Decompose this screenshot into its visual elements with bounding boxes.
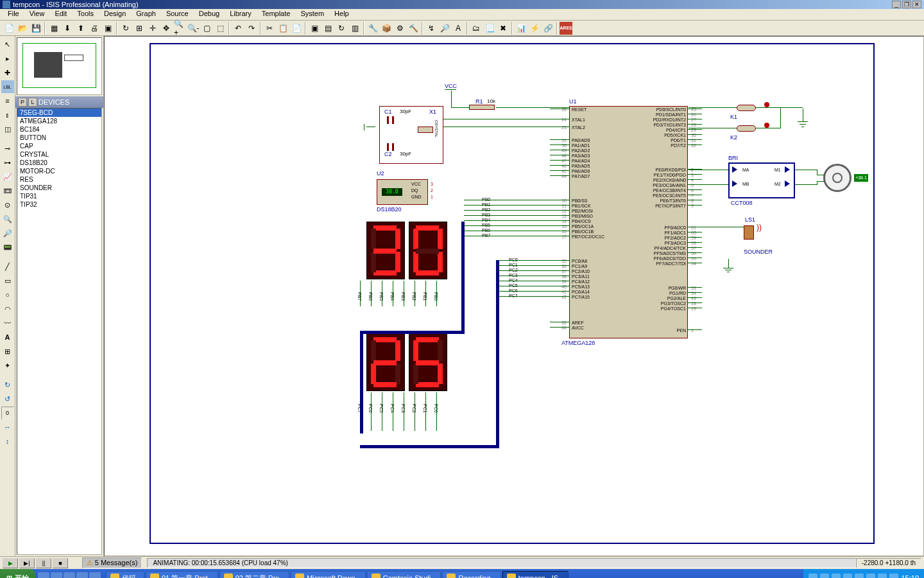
menu-template[interactable]: Template (257, 9, 296, 20)
grid-button[interactable]: ⊞ (133, 22, 146, 35)
menu-view[interactable]: View (24, 9, 50, 20)
device-item[interactable]: MOTOR-DC (17, 167, 101, 175)
device-item[interactable]: ATMEGA128 (17, 117, 101, 125)
menu-system[interactable]: System (295, 9, 329, 20)
new-sheet-button[interactable]: 📃 (483, 22, 496, 35)
ls1-body[interactable] (744, 225, 754, 240)
minimize-button[interactable]: _ (892, 1, 901, 8)
zoom-all-button[interactable]: ▢ (200, 22, 213, 35)
zoom-area-button[interactable]: ⬚ (214, 22, 227, 35)
terminal-tool[interactable]: ⊸ (1, 142, 14, 155)
origin-button[interactable]: ✛ (146, 22, 159, 35)
stop-button[interactable]: ■ (53, 558, 68, 568)
menu-edit[interactable]: Edit (49, 9, 72, 20)
tray-icon[interactable] (855, 574, 864, 578)
crystal-body[interactable] (418, 127, 433, 133)
tray-icon[interactable] (843, 574, 852, 578)
device-item[interactable]: TIP32 (17, 200, 101, 209)
sevseg-bot-2[interactable] (409, 333, 447, 391)
sevseg-bot-1[interactable] (366, 333, 405, 391)
cut-button[interactable]: ✂ (263, 22, 276, 35)
symbol-tool[interactable]: ⊞ (1, 345, 14, 358)
junction-tool[interactable]: ✚ (1, 66, 14, 79)
text2d-tool[interactable]: A (1, 331, 14, 344)
design-explorer-button[interactable]: 🗂 (470, 22, 483, 35)
library-button[interactable]: L (28, 98, 37, 107)
device-item[interactable]: BC184 (17, 125, 101, 134)
taskbar-task[interactable]: Recording... (442, 571, 501, 578)
pause-button[interactable]: || (36, 558, 51, 568)
bom-button[interactable]: 📊 (515, 22, 527, 35)
property-assign-button[interactable]: A (452, 22, 465, 35)
voltage-probe-tool[interactable]: 🔍 (1, 213, 14, 225)
schematic-canvas[interactable]: VCC R1 10k C1 30pF X1 CRYSTAL C2 30pF U2 (104, 36, 924, 556)
maximize-button[interactable]: ❐ (902, 1, 911, 8)
rotate-cw-button[interactable]: ↻ (1, 378, 14, 391)
search-tag-button[interactable]: 🔎 (438, 22, 451, 35)
tape-tool[interactable]: 📼 (1, 184, 14, 197)
tray-icon[interactable] (832, 574, 841, 578)
make-device-button[interactable]: 📦 (380, 22, 393, 35)
menu-tools[interactable]: Tools (72, 9, 99, 20)
circle-tool[interactable]: ○ (1, 288, 14, 301)
mark-output-button[interactable]: ▣ (101, 22, 114, 35)
new-button[interactable]: 📄 (3, 22, 15, 35)
pin-tool[interactable]: ⊶ (1, 156, 14, 169)
remove-sheet-button[interactable]: ✖ (497, 22, 509, 35)
print-area-button[interactable]: ▦ (47, 22, 60, 35)
print-button[interactable]: 🖨 (88, 22, 101, 35)
menu-help[interactable]: Help (329, 9, 354, 20)
open-button[interactable]: 📂 (16, 22, 29, 35)
text-tool[interactable]: ≡ (1, 94, 14, 107)
menu-library[interactable]: Library (225, 9, 257, 20)
taskbar-task[interactable]: 01 第一章 Prot... (146, 571, 218, 578)
menu-design[interactable]: Design (99, 9, 131, 20)
redo-button[interactable]: ↷ (245, 22, 258, 35)
sevseg-top-2[interactable] (409, 222, 447, 279)
k2-actuator[interactable] (764, 123, 769, 128)
step-button[interactable]: ▶| (19, 558, 35, 568)
r1-body[interactable] (469, 105, 495, 110)
zoom-out-button[interactable]: 🔍- (187, 22, 200, 35)
zoom-in-button[interactable]: 🔍+ (173, 22, 186, 35)
menu-file[interactable]: File (3, 9, 24, 20)
box-tool[interactable]: ▭ (1, 274, 14, 287)
k1-body[interactable] (737, 105, 756, 111)
generator-tool[interactable]: ⊙ (1, 198, 14, 211)
rotate-ccw-button[interactable]: ↺ (1, 392, 14, 405)
packaging-button[interactable]: ⚙ (393, 22, 406, 35)
pick-device-button[interactable]: P (18, 98, 27, 107)
refresh-button[interactable]: ↻ (119, 22, 132, 35)
flip-h-button[interactable]: ↔ (1, 421, 14, 434)
messages-status[interactable]: ⚠ 5 Message(s) (82, 557, 142, 568)
taskbar-task[interactable]: 代码 (106, 571, 144, 578)
erc-button[interactable]: ⚡ (528, 22, 541, 35)
device-item[interactable]: CAP (17, 142, 101, 150)
device-list[interactable]: 7SEG-BCDATMEGA128BC184BUTTONCAPCRYSTALDS… (17, 108, 102, 555)
device-item[interactable]: TIP31 (17, 192, 101, 200)
tray-icon[interactable] (866, 574, 875, 578)
tray-icon[interactable] (809, 574, 817, 578)
export-button[interactable]: ⬆ (74, 22, 87, 35)
taskbar-task[interactable]: 02 第二章 Pro... (219, 571, 290, 578)
bus-tool[interactable]: ⫾ (1, 109, 14, 121)
tray-icon[interactable] (889, 574, 898, 578)
device-item[interactable]: DS18B20 (17, 159, 101, 167)
rotation-angle[interactable]: 0 (1, 407, 14, 419)
pan-button[interactable]: ✥ (160, 22, 173, 35)
play-button[interactable]: ▶ (3, 558, 18, 568)
block-delete-button[interactable]: ▥ (348, 22, 361, 35)
marker-tool[interactable]: ✦ (1, 359, 14, 372)
ie-icon[interactable] (38, 572, 49, 578)
subcircuit-tool[interactable]: ◫ (1, 123, 14, 136)
save-button[interactable]: 💾 (30, 22, 42, 35)
instrument-tool[interactable]: 📟 (1, 241, 14, 254)
block-copy-button[interactable]: ▣ (308, 22, 321, 35)
current-probe-tool[interactable]: 🔎 (1, 227, 14, 240)
taskbar-task[interactable]: Microsoft Powe... (291, 571, 365, 578)
import-button[interactable]: ⬇ (61, 22, 74, 35)
component-tool[interactable]: ▸ (1, 52, 14, 65)
sevseg-top-1[interactable] (366, 222, 405, 279)
menu-source[interactable]: Source (161, 9, 194, 20)
block-rotate-button[interactable]: ↻ (335, 22, 348, 35)
